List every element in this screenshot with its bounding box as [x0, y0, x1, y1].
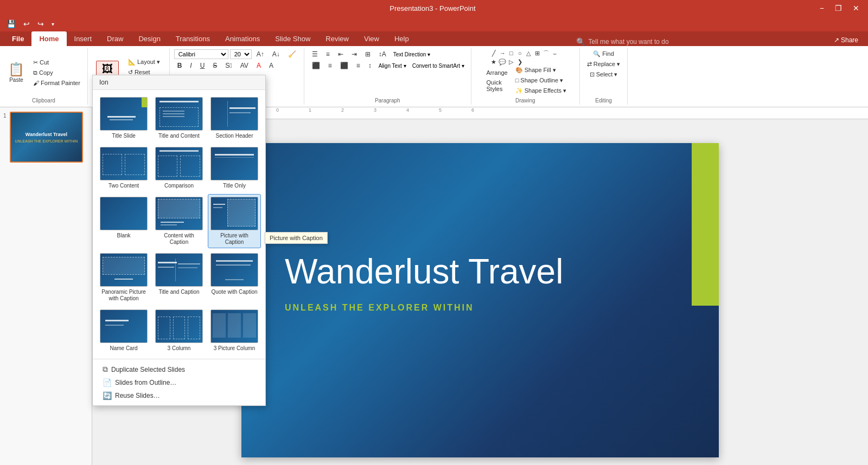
layout-panoramic[interactable]: Panoramic Picture with Caption [97, 250, 150, 305]
strikethrough-button[interactable]: S [209, 61, 220, 70]
select-button[interactable]: ⊡ Select ▾ [587, 70, 621, 79]
layout-name-title-slide: Title Slide [112, 133, 136, 139]
qa-save[interactable]: 💾 [4, 18, 18, 29]
tab-view[interactable]: View [356, 31, 387, 46]
tab-animations[interactable]: Animations [218, 31, 267, 46]
text-direction-button[interactable]: ↕A [375, 49, 390, 59]
shape-oval[interactable]: ○ [516, 49, 524, 57]
tab-design[interactable]: Design [131, 31, 168, 46]
tab-transitions[interactable]: Transitions [168, 31, 218, 46]
duplicate-slides-button[interactable]: ⧉ Duplicate Selected Slides [99, 363, 259, 376]
numbering-button[interactable]: ≡ [323, 49, 333, 59]
layout-button[interactable]: 📐 Layout ▾ [125, 57, 165, 67]
cut-button[interactable]: ✂ Cut [30, 58, 83, 67]
shape-effects-button[interactable]: ✨ Shape Effects ▾ [513, 86, 569, 95]
title-bar-controls: − ❐ ✕ [816, 3, 863, 14]
layout-name-title-only: Title Only [223, 183, 246, 189]
shape-more[interactable]: ⊞ [533, 49, 541, 57]
bold-button[interactable]: B [174, 61, 186, 70]
align-text-label[interactable]: Align Text ▾ [376, 62, 409, 69]
shape-action[interactable]: ▷ [507, 58, 515, 66]
tab-draw[interactable]: Draw [99, 31, 131, 46]
increase-indent-button[interactable]: ⇥ [348, 49, 360, 59]
shape-arrow[interactable]: → [499, 49, 506, 57]
convert-smartart[interactable]: Convert to SmartArt ▾ [410, 62, 467, 69]
font-row2: B I U S S⃣ AV A A [174, 61, 277, 70]
font-name-select[interactable]: Calibri [174, 49, 228, 59]
qa-customize[interactable]: ▾ [49, 20, 56, 28]
layout-name-card[interactable]: Name Card [97, 307, 150, 354]
copy-button[interactable]: ⧉ Copy [30, 68, 83, 78]
justify-button[interactable]: ≡ [353, 61, 363, 70]
layout-quote-caption[interactable]: Quote with Caption [208, 250, 261, 305]
layout-two-content[interactable]: Two Content [97, 144, 150, 192]
tab-insert[interactable]: Insert [67, 31, 100, 46]
shape-extra[interactable]: ❯ [516, 58, 524, 66]
tab-help[interactable]: Help [387, 31, 417, 46]
layout-title-caption[interactable]: Title and Caption [152, 250, 206, 305]
underline-button[interactable]: U [197, 61, 208, 70]
shape-outline-button[interactable]: □ Shape Outline ▾ [513, 76, 569, 85]
share-button[interactable]: ↗ Share [828, 34, 864, 46]
layout-comparison[interactable]: Comparison [152, 144, 206, 192]
shape-curve[interactable]: ⌣ [551, 49, 558, 57]
italic-button[interactable]: I [187, 61, 195, 70]
layout-picture-caption[interactable]: Picture with Caption [208, 194, 261, 248]
align-right-button[interactable]: ⬛ [337, 61, 352, 70]
char-spacing-button[interactable]: AV [237, 61, 252, 70]
layout-content-caption[interactable]: Content with Caption [152, 194, 206, 248]
layout-3-column[interactable]: 3 Column [152, 307, 206, 354]
reuse-slides-button[interactable]: 🔄 Reuse Slides… [99, 389, 259, 402]
layout-section-header[interactable]: Section Header [208, 94, 261, 142]
shape-callout[interactable]: 💬 [499, 58, 506, 66]
tab-home[interactable]: Home [31, 31, 66, 46]
shadow-button[interactable]: S⃣ [222, 61, 235, 70]
close-button[interactable]: ✕ [850, 3, 863, 14]
decrease-indent-button[interactable]: ⇤ [335, 49, 347, 59]
layout-title-slide[interactable]: Title Slide [97, 94, 150, 142]
shape-line[interactable]: ╱ [490, 49, 497, 57]
shape-tri[interactable]: △ [525, 49, 532, 57]
layout-thumb-blank [100, 197, 148, 230]
layout-blank[interactable]: Blank [97, 194, 150, 248]
replace-button[interactable]: ⇄ Replace ▾ [584, 60, 623, 69]
layout-title-only[interactable]: Title Only [208, 144, 261, 192]
shape-star[interactable]: ★ [490, 58, 497, 66]
layout-title-content[interactable]: Title and Content [152, 94, 206, 142]
highlight-button[interactable]: A [266, 61, 277, 70]
font-color-button[interactable]: A [253, 61, 264, 70]
layout-dropdown-header: Ion [93, 75, 265, 90]
minimize-button[interactable]: − [816, 3, 827, 14]
slide-thumbnail[interactable]: Wanderlust Travel UNLEASH THE EXPLORER W… [10, 112, 84, 163]
tab-slideshow[interactable]: Slide Show [267, 31, 318, 46]
align-left-button[interactable]: ⬛ [309, 61, 323, 70]
font-increase-button[interactable]: A↑ [253, 49, 267, 59]
slide-canvas[interactable]: Wanderlust Travel UNLEASH THE EXPLORER W… [241, 143, 719, 457]
shape-bend[interactable]: ⌒ [542, 49, 550, 57]
clear-format-button[interactable]: 🧹 [285, 49, 299, 59]
title-bar: Presentation3 - PowerPoint − ❐ ✕ [0, 0, 868, 16]
restore-button[interactable]: ❐ [832, 3, 845, 14]
paste-button[interactable]: 📋 Paste [4, 60, 28, 85]
font-decrease-button[interactable]: A↓ [269, 49, 283, 59]
slides-from-outline-button[interactable]: 📄 Slides from Outline… [99, 376, 259, 389]
shape-fill-button[interactable]: 🎨 Shape Fill ▾ [513, 66, 569, 75]
shape-rect[interactable]: □ [507, 49, 515, 57]
qa-undo[interactable]: ↩ [21, 18, 32, 29]
qa-redo[interactable]: ↪ [35, 18, 46, 29]
tab-review[interactable]: Review [318, 31, 356, 46]
tell-me-input[interactable]: Tell me what you want to do [589, 38, 669, 46]
align-center-button[interactable]: ≡ [325, 61, 335, 70]
font-size-select[interactable]: 20 [230, 49, 252, 59]
ribbon-group-paragraph: ☰ ≡ ⇤ ⇥ ⊞ ↕A Text Direction ▾ ⬛ ≡ ⬛ ≡ ↕ … [304, 48, 471, 105]
bullets-button[interactable]: ☰ [309, 49, 321, 59]
text-direction-label[interactable]: Text Direction ▾ [391, 51, 432, 58]
find-button[interactable]: 🔍 Find [590, 49, 616, 59]
arrange-button[interactable]: Arrange [484, 68, 510, 77]
format-painter-button[interactable]: 🖌 Format Painter [30, 79, 83, 87]
line-spacing-button[interactable]: ↕ [365, 61, 375, 70]
layout-3-picture[interactable]: 3 Picture Column [208, 307, 261, 354]
tab-file[interactable]: File [4, 31, 31, 46]
quick-styles-button[interactable]: QuickStyles [484, 78, 510, 93]
columns-button[interactable]: ⊞ [362, 49, 374, 59]
